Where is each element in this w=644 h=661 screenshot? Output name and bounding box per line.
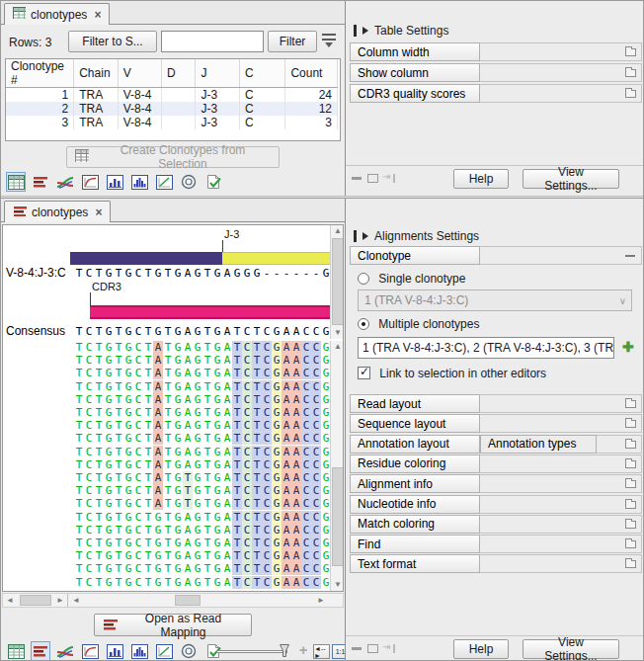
single-clonotype-dropdown[interactable]: 1 (TRA V-8-4:J-3:C) ∨	[358, 289, 632, 311]
column-header-v[interactable]: V	[118, 59, 161, 88]
expand-section-icon[interactable]	[625, 501, 636, 509]
read-row[interactable]: TCTGTGCTATGAGTGATCTCGAACCG	[3, 431, 339, 444]
view-settings-button[interactable]: View Settings...	[523, 639, 619, 659]
bar-chart-view-icon[interactable]	[105, 172, 124, 192]
column-header-clonotype-[interactable]: Clonotype #	[6, 59, 74, 88]
read-row[interactable]: TCTGTGCTATGAGTGATCTCGAACCG	[3, 445, 339, 457]
sequence-scrollbar-thumb[interactable]	[175, 595, 201, 606]
read-row[interactable]: TCTGTGCTGTGAGTGATCTCGAACCG	[3, 575, 339, 588]
scroll-down-icon[interactable]: ▼	[331, 327, 344, 339]
scroll-right-icon[interactable]: ►	[54, 594, 66, 607]
view-settings-button[interactable]: View Settings...	[523, 169, 619, 189]
scroll-left-icon[interactable]: ◄	[70, 594, 82, 607]
read-row[interactable]: TCTGTGCTATGTGTGATCTCGAACCG	[3, 483, 339, 496]
table-row[interactable]: 1TRAV-8-4J-3C24	[6, 88, 338, 103]
section-button[interactable]: Column width	[350, 42, 480, 61]
read-row[interactable]: TCTGTGCTATGAGTGATCTCGAACCG	[3, 405, 339, 418]
read-row[interactable]: TCTGTGCTATGAGTGATCTCGAACCG	[3, 457, 339, 470]
histogram-view-icon[interactable]	[129, 172, 149, 192]
section-button[interactable]: CDR3 quality scores	[350, 84, 480, 103]
advanced-filter-icon[interactable]	[322, 34, 338, 49]
section-button[interactable]: Annotation layout	[350, 435, 480, 454]
read-row[interactable]: TCTGTGCTATGTGTGATCTCGAACCG	[3, 496, 339, 509]
reference-scrollbar[interactable]: ▲ ▼	[330, 225, 344, 339]
v-8-4-j-3-c-row[interactable]: V-8-4:J-3:CTCTGTGCTGTGAGTGAGGG------G	[3, 266, 339, 279]
read-row[interactable]: TCTGTGCTGTGAGTGATCTCGAACCG	[3, 548, 339, 561]
expand-section-icon[interactable]	[625, 69, 636, 77]
collapse-all-icon[interactable]	[352, 647, 362, 650]
column-header-chain[interactable]: Chain	[74, 59, 118, 88]
bar-chart-view-icon[interactable]	[105, 641, 124, 661]
column-header-d[interactable]: D	[162, 59, 196, 88]
section-button[interactable]: Alignment info	[350, 474, 480, 493]
table-settings-header[interactable]: Table Settings	[354, 23, 448, 39]
expand-section-icon[interactable]	[625, 521, 636, 529]
expand-section-icon[interactable]	[625, 540, 636, 548]
column-header-j[interactable]: J	[196, 59, 239, 88]
radio-unselected-icon[interactable]	[358, 273, 369, 285]
clonotype-colors-icon[interactable]	[55, 641, 75, 661]
section-button[interactable]: Nucleotide info	[350, 495, 480, 514]
read-row[interactable]: TCTGTGCTGTGAGTGATCTCGAACCG	[3, 561, 339, 574]
section-button[interactable]: Find	[350, 535, 480, 553]
expand-all-icon[interactable]	[367, 644, 378, 653]
column-header-count[interactable]: Count	[285, 59, 338, 88]
read-row[interactable]: TCTGTGCTATGAGTGATCTCGAACCG	[3, 379, 339, 392]
graph-view-icon[interactable]	[80, 172, 100, 192]
read-row[interactable]: TCTGTGCTATGTGTGATCTCGAACCG	[3, 470, 339, 483]
circular-view-icon[interactable]	[179, 172, 199, 192]
expand-section-icon[interactable]	[625, 460, 636, 468]
line-chart-view-icon[interactable]	[154, 172, 174, 192]
expand-section-icon[interactable]	[625, 441, 636, 449]
reads-scrollbar[interactable]: ▲ ▼	[330, 341, 344, 591]
label-scrollbar-thumb[interactable]	[20, 595, 51, 606]
multiple-clonotypes-option[interactable]: Multiple clonotypes	[358, 317, 479, 331]
column-header-c[interactable]: C	[239, 59, 284, 88]
expand-section-icon[interactable]	[625, 560, 636, 568]
filter-input[interactable]	[161, 31, 264, 52]
scroll-up-icon[interactable]: ▲	[331, 225, 344, 237]
section-button[interactable]: Show column	[350, 63, 480, 82]
circular-view-icon[interactable]	[179, 641, 199, 661]
scroll-left-icon[interactable]: ◄	[4, 594, 16, 607]
close-tab-icon[interactable]: ×	[95, 206, 102, 219]
single-clonotype-option[interactable]: Single clonotype	[358, 272, 465, 286]
tab-clonotypes-alignment[interactable]: clonotypes ×	[4, 201, 111, 222]
zoom-slider-handle[interactable]	[280, 644, 289, 660]
graph-view-icon[interactable]	[80, 641, 100, 661]
read-row[interactable]: TCTGTGCTATGAGTGATCTCGAACCG	[3, 366, 339, 378]
table-row[interactable]: 3TRAV-8-4J-3C3	[6, 116, 338, 129]
expand-section-icon[interactable]	[625, 90, 636, 98]
zoom-slider[interactable]	[216, 650, 287, 653]
j-region-bar[interactable]	[222, 252, 330, 265]
expand-section-icon[interactable]	[625, 420, 636, 428]
zoom-in-icon[interactable]: +	[299, 642, 307, 658]
read-row[interactable]: TCTGTGCTGTGAGTGATCTCGAACCG	[3, 523, 339, 536]
section-button[interactable]: Match coloring	[350, 515, 480, 534]
expand-section-icon[interactable]	[625, 480, 636, 488]
section-button[interactable]: Sequence layout	[350, 414, 480, 433]
filter-to-selection-button[interactable]: Filter to S...	[68, 31, 157, 52]
read-mapping-view-icon[interactable]	[31, 172, 50, 192]
report-view-icon[interactable]	[203, 172, 223, 192]
checkbox-checked-icon[interactable]	[358, 367, 370, 379]
table-view-icon[interactable]	[6, 172, 26, 192]
filter-button[interactable]: Filter	[268, 31, 317, 52]
read-row[interactable]: TCTGTGCTATGAGTGATCTCGAACCG	[3, 340, 339, 353]
clonotype-colors-icon[interactable]	[55, 172, 75, 192]
section-button[interactable]: Read layout	[350, 394, 480, 413]
create-clonotypes-button[interactable]: Create Clonotypes from Selection	[66, 146, 280, 168]
read-row[interactable]: TCTGTGCTATGAGTGATCTCGAACCG	[3, 392, 339, 405]
link-selection-option[interactable]: Link to selection in other editors	[358, 367, 546, 380]
help-button[interactable]: Help	[453, 639, 509, 659]
scrollbar-thumb[interactable]	[332, 238, 344, 325]
section-button[interactable]: Text format	[350, 554, 480, 573]
read-row[interactable]: TCTGTGCTATGAGTGATCTCGAACCG	[3, 418, 339, 431]
multiple-clonotypes-input[interactable]: 1 (TRA V-8-4:J-3:C), 2 (TRA V-8-4:J-3:C)…	[358, 337, 614, 359]
line-chart-view-icon[interactable]	[154, 641, 174, 661]
tab-clonotypes-table[interactable]: clonotypes ×	[4, 3, 110, 25]
section-tab-annotation-types[interactable]: Annotation types	[480, 435, 597, 454]
clonotype-section-button[interactable]: Clonotype	[350, 246, 480, 265]
scrollbar-thumb[interactable]	[332, 467, 344, 566]
scroll-down-icon[interactable]: ▼	[331, 579, 344, 591]
